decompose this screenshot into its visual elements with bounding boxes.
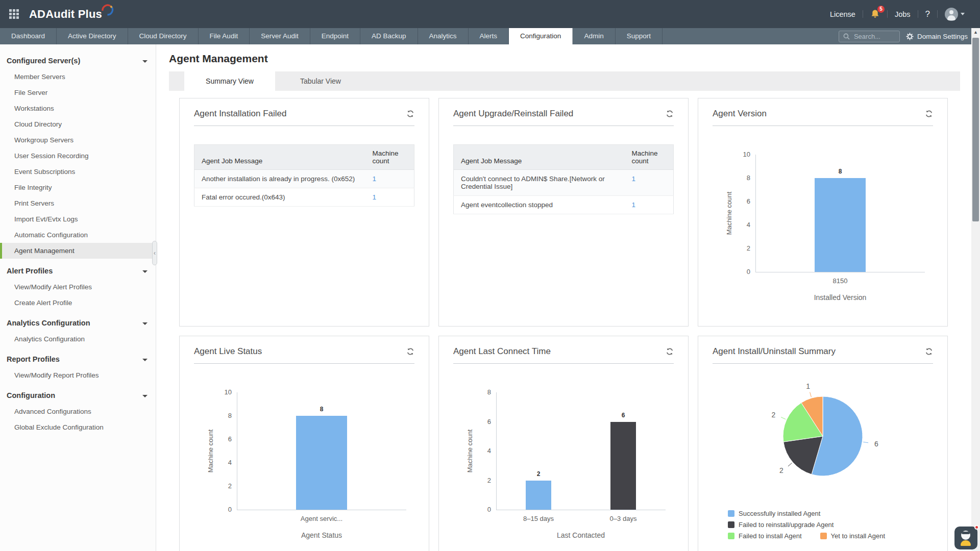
scrollbar-up-arrow[interactable]: ▲ [971, 28, 980, 37]
agent-live-status-bar-chart: Machine count02468108Agent servic...Agen… [194, 367, 414, 551]
column-header-machine-count: Machine count [625, 145, 674, 170]
sidebar-item-view-modify-report-profiles[interactable]: View/Modify Report Profiles [0, 367, 156, 383]
legend-item-yet-to-install-agent[interactable]: Yet to install Agent [820, 532, 886, 540]
scrollbar-thumb[interactable] [972, 38, 979, 221]
sidebar-item-agent-management[interactable]: Agent Management [0, 243, 156, 259]
sidebar-item-advanced-configurations[interactable]: Advanced Configurations [0, 404, 156, 419]
view-tab-summary-view[interactable]: Summary View [184, 71, 275, 91]
app-grid-icon[interactable] [7, 7, 21, 21]
y-axis-tick-label: 4 [730, 221, 750, 229]
sidebar-item-global-exclude-configuration[interactable]: Global Exclude Configuration [0, 419, 156, 435]
sidebar-section-alert-profiles[interactable]: Alert Profiles [0, 263, 156, 279]
sidebar-section-report-profiles[interactable]: Report Profiles [0, 351, 156, 367]
sidebar-item-analytics-configuration[interactable]: Analytics Configuration [0, 331, 156, 347]
machine-count-link[interactable]: 1 [632, 175, 636, 183]
machine-count-cell: 1 [365, 170, 414, 188]
legend-label: Failed to install Agent [739, 532, 802, 540]
sidebar-item-create-alert-profile[interactable]: Create Alert Profile [0, 295, 156, 311]
refresh-icon[interactable] [666, 347, 674, 356]
nav-tab-endpoint[interactable]: Endpoint [310, 28, 360, 44]
nav-tab-alerts[interactable]: Alerts [469, 28, 509, 44]
legend-item-failed-to-install-agent[interactable]: Failed to install Agent [728, 532, 802, 540]
y-axis-tick-label: 0 [730, 268, 750, 276]
notification-badge: 5 [877, 6, 885, 13]
bar-8150[interactable] [815, 178, 866, 272]
refresh-icon[interactable] [666, 110, 674, 118]
sidebar-section-configuration[interactable]: Configuration [0, 387, 156, 404]
agent-job-message-cell: Agent eventcollection stopped [454, 196, 625, 214]
jobs-link[interactable]: Jobs [895, 10, 911, 18]
nav-tab-server-audit[interactable]: Server Audit [250, 28, 310, 44]
legend-swatch [728, 521, 734, 528]
search-input[interactable] [853, 32, 894, 41]
sidebar-item-event-subscriptions[interactable]: Event Subscriptions [0, 164, 156, 180]
table-row: Couldn't connect to ADMIN$ Share.[Networ… [454, 170, 674, 196]
logo-swirl-icon [100, 3, 114, 17]
pie-slice-value-label: 6 [874, 440, 878, 448]
legend-item-successfully-installed-agent[interactable]: Successfully installed Agent [728, 510, 820, 517]
machine-count-cell: 1 [625, 196, 674, 214]
refresh-icon[interactable] [406, 110, 414, 118]
agent-job-message-cell: Fatal error occured.(0x643) [194, 188, 365, 207]
sidebar-item-import-evt-evtx-logs[interactable]: Import Evt/Evtx Logs [0, 211, 156, 227]
page-title: Agent Management [169, 53, 971, 65]
sidebar-collapse-handle[interactable]: ‹ [152, 241, 157, 265]
view-tab-tabular-view[interactable]: Tabular View [275, 71, 366, 91]
bar-agent-servic[interactable] [296, 416, 347, 510]
machine-count-link[interactable]: 1 [373, 175, 377, 183]
help-icon[interactable]: ? [925, 9, 930, 19]
bar-0-3-days[interactable] [610, 422, 636, 510]
sidebar-item-user-session-recording[interactable]: User Session Recording [0, 148, 156, 164]
sidebar-item-file-integrity[interactable]: File Integrity [0, 180, 156, 195]
vertical-scrollbar[interactable]: ▲ ▼ [971, 28, 980, 551]
pie-label-connector [781, 417, 786, 419]
refresh-icon[interactable] [925, 110, 933, 118]
bar-8-15-days[interactable] [526, 481, 551, 510]
y-axis-tick-label: 2 [471, 477, 491, 484]
machine-count-link[interactable]: 1 [632, 201, 636, 209]
sidebar-item-workstations[interactable]: Workstations [0, 101, 156, 116]
legend-swatch [728, 510, 734, 517]
global-search[interactable] [839, 31, 900, 42]
card-agent-upgrade-reinstall-failed: Agent Upgrade/Reinstall Failed Agent Job… [438, 98, 689, 327]
x-axis-line [237, 510, 406, 510]
card-title: Agent Live Status [194, 346, 262, 357]
sidebar-item-member-servers[interactable]: Member Servers [0, 69, 156, 85]
chat-person-icon-band [962, 532, 970, 534]
nav-tab-dashboard[interactable]: Dashboard [0, 28, 57, 44]
nav-tab-admin[interactable]: Admin [573, 28, 615, 44]
pie-slice-value-label: 2 [779, 466, 783, 474]
domain-settings-button[interactable]: Domain Settings [906, 33, 968, 40]
sidebar-item-print-servers[interactable]: Print Servers [0, 195, 156, 211]
sidebar-item-workgroup-servers[interactable]: Workgroup Servers [0, 132, 156, 148]
pie-slice-value-label: 1 [806, 382, 810, 390]
support-chat-widget[interactable] [954, 527, 977, 549]
sidebar-item-view-modify-alert-profiles[interactable]: View/Modify Alert Profiles [0, 279, 156, 295]
nav-tab-configuration[interactable]: Configuration [509, 28, 573, 44]
sidebar-section-label-text: Analytics Configuration [7, 319, 90, 327]
nav-tab-file-audit[interactable]: File Audit [199, 28, 250, 44]
legend-item-failed-to-reinstall-upgrade-agent[interactable]: Failed to reinstall/upgrade Agent [728, 521, 834, 529]
sidebar-item-cloud-directory[interactable]: Cloud Directory [0, 116, 156, 132]
nav-tab-analytics[interactable]: Analytics [418, 28, 469, 44]
sidebar-item-automatic-configuration[interactable]: Automatic Configuration [0, 227, 156, 243]
y-axis-tick-label: 6 [730, 197, 750, 205]
refresh-icon[interactable] [406, 347, 414, 356]
legend-swatch [728, 533, 734, 539]
nav-tab-support[interactable]: Support [616, 28, 663, 44]
sidebar-section-analytics-configuration[interactable]: Analytics Configuration [0, 315, 156, 331]
refresh-icon[interactable] [925, 347, 933, 356]
machine-count-link[interactable]: 1 [373, 193, 377, 201]
bar-value-label: 2 [537, 470, 541, 478]
sidebar-item-file-server[interactable]: File Server [0, 85, 156, 101]
license-link[interactable]: License [830, 10, 855, 18]
user-menu[interactable] [945, 8, 965, 21]
nav-tab-ad-backup[interactable]: AD Backup [360, 28, 418, 44]
notifications-bell-icon[interactable]: 5 [870, 9, 880, 19]
app-logo: ADAudit Plus [29, 6, 114, 23]
nav-tab-active-directory[interactable]: Active Directory [57, 28, 128, 44]
nav-tab-cloud-directory[interactable]: Cloud Directory [128, 28, 199, 44]
card-title: Agent Installation Failed [194, 109, 286, 119]
search-icon [843, 33, 850, 40]
sidebar-section-configured-server-s[interactable]: Configured Server(s) [0, 53, 156, 69]
